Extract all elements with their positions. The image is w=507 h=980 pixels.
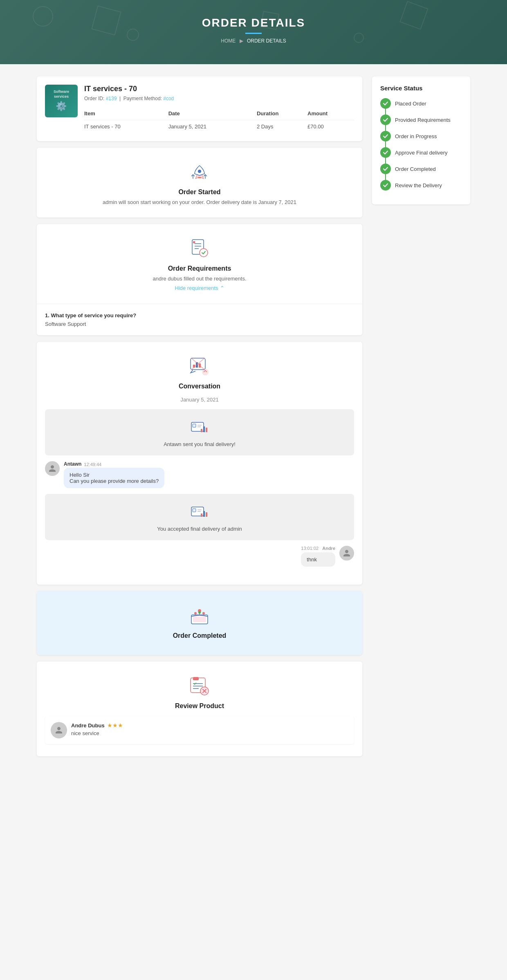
status-label-3: Approve Final delivery <box>395 150 448 156</box>
requirements-icon <box>45 236 354 261</box>
cell-item: IT services - 70 <box>84 120 168 133</box>
status-label-5: Review the Delivery <box>395 182 442 188</box>
gear-icon: ⚙️ <box>54 101 69 112</box>
order-completed-card: Order Completed <box>37 591 362 655</box>
req-question: 1. What type of service you require? <box>45 312 354 318</box>
cell-duration: 2 Days <box>257 120 307 133</box>
status-dot-5 <box>380 180 391 191</box>
status-dot-3 <box>380 147 391 158</box>
status-label-1: Provided Requirements <box>395 117 451 123</box>
status-label-2: Order in Progress <box>395 133 437 139</box>
page-title: ORDER DETAILS <box>8 16 499 29</box>
reviewer-header: Andre Dubus ★★★ <box>71 722 123 729</box>
status-item-4: Order Completed <box>380 164 462 174</box>
service-image: Software services ⚙️ <box>45 85 78 117</box>
breadcrumb-current: ORDER DETAILS <box>247 38 286 44</box>
col-duration: Duration <box>257 107 307 120</box>
conversation-icon <box>45 354 354 379</box>
conv-date: January 5, 2021 <box>45 397 354 403</box>
svg-rect-20 <box>203 426 205 432</box>
svg-point-34 <box>202 612 205 614</box>
svg-rect-21 <box>206 428 207 432</box>
col-amount: Amount <box>307 107 354 120</box>
reviewer-name: Andre Dubus <box>71 722 105 729</box>
antawn-name: Antawn <box>64 461 81 467</box>
col-item: Item <box>84 107 168 120</box>
payment-method: #cod <box>163 96 174 101</box>
svg-rect-16 <box>193 424 196 427</box>
andre-name: Andre <box>322 546 335 551</box>
order-completed-title: Order Completed <box>45 632 354 639</box>
req-desc: andre dubus filled out the requirements. <box>45 276 354 282</box>
svg-point-1 <box>198 170 201 173</box>
svg-point-7 <box>200 249 208 257</box>
cell-amount: £70.00 <box>307 120 354 133</box>
review-row: Andre Dubus ★★★ nice service <box>45 716 354 744</box>
cell-date: January 5, 2021 <box>168 120 257 133</box>
status-dot-2 <box>380 131 391 141</box>
status-label-0: Placed Order <box>395 101 426 107</box>
order-started-title: Order Started <box>45 188 354 196</box>
andre-time: 13:01:02 <box>301 546 319 551</box>
antawn-text-line1: Hello Sir <box>70 472 159 478</box>
accepted-delivery-text: You accepted final delivery of admin <box>53 526 346 532</box>
delivery-sent-text: Antawn sent you final delivery! <box>53 441 346 447</box>
reviewer-avatar <box>51 722 67 738</box>
deco-circle-3 <box>354 33 364 43</box>
req-answer: Software Support <box>45 321 354 327</box>
andre-text: thnk <box>307 556 330 563</box>
left-column: Software services ⚙️ IT services - 70 Or… <box>37 76 362 756</box>
svg-point-32 <box>194 612 197 614</box>
review-text: nice service <box>71 730 123 736</box>
status-item-1: Provided Requirements <box>380 114 462 125</box>
status-item-3: Approve Final delivery <box>380 147 462 158</box>
delivery-sent-box: Antawn sent you final delivery! <box>45 409 354 455</box>
svg-rect-19 <box>201 429 202 432</box>
review-product-title: Review Product <box>45 702 354 710</box>
reviewer-stars: ★★★ <box>107 722 123 729</box>
antawn-text-line2: Can you please provide more details? <box>70 478 159 484</box>
svg-point-33 <box>198 611 201 614</box>
order-info-card: Software services ⚙️ IT services - 70 Or… <box>37 76 362 141</box>
delivery-icon <box>53 417 346 438</box>
table-row: IT services - 70 January 5, 2021 2 Days … <box>84 120 354 133</box>
status-dot-4 <box>380 164 391 174</box>
antawn-avatar <box>45 461 60 476</box>
svg-rect-30 <box>193 617 206 622</box>
page-header: ORDER DETAILS HOME ▶ ORDER DETAILS <box>0 0 507 64</box>
svg-rect-27 <box>203 511 205 517</box>
req-top: Order Requirements andre dubus filled ou… <box>37 224 362 304</box>
breadcrumb-home[interactable]: HOME <box>221 38 236 44</box>
breadcrumb-sep: ▶ <box>240 38 243 44</box>
review-product-card: Review Product Andre Dubus ★★★ nice serv… <box>37 662 362 756</box>
status-label-4: Order Completed <box>395 166 436 172</box>
order-requirements-card: Order Requirements andre dubus filled ou… <box>37 224 362 335</box>
andre-avatar <box>339 546 354 561</box>
order-started-card: Order Started admin will soon start work… <box>37 148 362 218</box>
order-started-desc: admin will soon start working on your or… <box>45 199 354 205</box>
antawn-meta: Antawn 12:49:44 <box>64 461 164 468</box>
main-content: Software services ⚙️ IT services - 70 Or… <box>29 76 478 756</box>
svg-point-14 <box>202 369 209 375</box>
svg-rect-36 <box>193 677 199 680</box>
order-title: IT services - 70 <box>84 85 354 93</box>
order-table: Item Date Duration Amount IT services - … <box>84 107 354 133</box>
service-image-text: Software services ⚙️ <box>54 90 69 112</box>
breadcrumb: HOME ▶ ORDER DETAILS <box>8 38 499 44</box>
hide-requirements-button[interactable]: Hide requirements ⌃ <box>175 285 224 291</box>
deco-circle-1 <box>33 6 53 27</box>
antawn-message-container: Antawn 12:49:44 Hello Sir Can you please… <box>64 461 164 488</box>
chat-message-antawn: Antawn 12:49:44 Hello Sir Can you please… <box>45 461 354 488</box>
svg-rect-26 <box>201 514 202 517</box>
andre-bubble: thnk <box>301 552 335 567</box>
review-content: Andre Dubus ★★★ nice service <box>71 722 123 736</box>
service-status-title: Service Status <box>380 85 462 92</box>
antawn-bubble: Hello Sir Can you please provide more de… <box>64 468 164 488</box>
req-body: 1. What type of service you require? Sof… <box>37 304 362 335</box>
service-img-line1: Software <box>54 90 69 94</box>
col-date: Date <box>168 107 257 120</box>
accepted-delivery-box: You accepted final delivery of admin <box>45 494 354 540</box>
status-item-0: Placed Order <box>380 98 462 109</box>
svg-rect-23 <box>193 509 196 512</box>
status-item-2: Order in Progress <box>380 131 462 141</box>
